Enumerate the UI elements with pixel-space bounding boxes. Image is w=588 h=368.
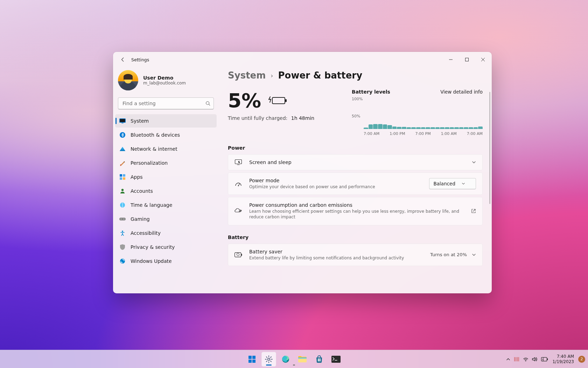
svg-rect-34 bbox=[318, 360, 319, 361]
search-box bbox=[118, 97, 214, 109]
user-profile[interactable]: User Demo m_lab@outlook.com bbox=[113, 67, 219, 96]
svg-rect-27 bbox=[252, 360, 255, 363]
chart-x-label: 1:00 PM bbox=[390, 131, 405, 136]
svg-rect-9 bbox=[120, 177, 122, 180]
chart-bar bbox=[411, 127, 416, 129]
chart-bar bbox=[373, 124, 378, 129]
taskbar-app-settings[interactable] bbox=[261, 352, 276, 367]
windows-icon bbox=[248, 355, 256, 363]
chart-bar bbox=[387, 125, 392, 129]
scrollbar[interactable] bbox=[489, 92, 490, 204]
sidebar-item-windows-update[interactable]: Windows Update bbox=[115, 254, 217, 268]
chart-x-axis: 7:00 AM 1:00 PM 7:00 PM 1:00 AM 7:00 AM bbox=[364, 131, 483, 136]
battery-saver-icon bbox=[234, 252, 242, 257]
chart-bar bbox=[454, 127, 459, 129]
svg-rect-33 bbox=[320, 359, 321, 360]
minimize-icon bbox=[449, 58, 453, 61]
card-battery-saver[interactable]: Battery saver Extend battery life by lim… bbox=[228, 244, 483, 266]
chart-bar bbox=[369, 124, 373, 129]
close-button[interactable] bbox=[475, 54, 491, 65]
sidebar-item-label: Apps bbox=[131, 174, 143, 180]
gaming-icon bbox=[119, 216, 126, 222]
charge-time-value: 1h 48min bbox=[291, 115, 314, 121]
back-button[interactable] bbox=[117, 53, 129, 66]
card-carbon-emissions[interactable]: Power consumption and carbon emissions L… bbox=[228, 197, 483, 225]
chart-x-label: 1:00 AM bbox=[441, 131, 457, 136]
svg-point-6 bbox=[120, 164, 121, 165]
chart-bar bbox=[450, 127, 454, 129]
sidebar-item-personalization[interactable]: Personalization bbox=[115, 156, 217, 170]
wifi-icon[interactable] bbox=[523, 357, 528, 362]
tray-overflow-button[interactable] bbox=[506, 357, 510, 361]
battery-levels-panel: Battery levels View detailed info 100% 5… bbox=[352, 89, 483, 136]
svg-rect-32 bbox=[318, 359, 319, 360]
svg-point-11 bbox=[121, 189, 124, 191]
user-email: m_lab@outlook.com bbox=[143, 81, 186, 86]
sidebar-item-bluetooth[interactable]: Bluetooth & devices bbox=[115, 128, 217, 142]
sidebar-item-apps[interactable]: Apps bbox=[115, 170, 217, 184]
card-title: Screen and sleep bbox=[249, 159, 465, 165]
sidebar-item-system[interactable]: System bbox=[115, 114, 217, 128]
accessibility-icon bbox=[119, 230, 126, 236]
maximize-icon bbox=[465, 58, 469, 61]
minimize-button[interactable] bbox=[443, 54, 459, 65]
chart-bar bbox=[474, 127, 478, 129]
taskbar-clock[interactable]: 7:40 AM 1/19/2023 bbox=[552, 354, 574, 364]
sidebar-item-label: System bbox=[131, 118, 149, 124]
chart-y-label: 50% bbox=[352, 114, 360, 118]
chart-bar bbox=[469, 127, 473, 129]
apps-icon bbox=[119, 174, 126, 180]
chart-x-label: 7:00 AM bbox=[467, 131, 483, 136]
start-button[interactable] bbox=[245, 352, 259, 367]
search-input[interactable] bbox=[118, 97, 214, 109]
sidebar-item-label: Windows Update bbox=[131, 258, 172, 264]
svg-rect-13 bbox=[119, 218, 126, 220]
chart-bar bbox=[402, 127, 406, 129]
taskbar-time: 7:40 AM bbox=[552, 354, 574, 359]
breadcrumb-parent[interactable]: System bbox=[228, 70, 266, 81]
volume-icon[interactable] bbox=[532, 357, 538, 362]
sidebar-item-time-language[interactable]: Time & language bbox=[115, 198, 217, 212]
avatar bbox=[118, 70, 138, 90]
chevron-up-icon bbox=[506, 357, 510, 361]
svg-rect-26 bbox=[248, 360, 252, 363]
battery-summary: 5% Time until fully charged: 1h 48min bbox=[228, 89, 343, 136]
taskbar-app-store[interactable] bbox=[312, 352, 327, 367]
taskbar-app-edge[interactable] bbox=[278, 352, 293, 367]
sidebar-item-label: Gaming bbox=[131, 216, 150, 222]
chart-bar bbox=[364, 128, 368, 129]
edge-icon bbox=[281, 355, 290, 363]
card-power-mode: Power mode Optimize your device based on… bbox=[228, 172, 483, 195]
sidebar-item-label: Bluetooth & devices bbox=[131, 132, 180, 138]
taskbar-app-explorer[interactable] bbox=[295, 352, 310, 367]
sidebar-item-gaming[interactable]: Gaming bbox=[115, 212, 217, 226]
svg-rect-10 bbox=[123, 177, 125, 180]
file-explorer-icon bbox=[298, 355, 307, 363]
back-arrow-icon bbox=[120, 57, 125, 62]
svg-rect-36 bbox=[331, 356, 341, 363]
view-detailed-info-link[interactable]: View detailed info bbox=[440, 89, 483, 95]
svg-rect-4 bbox=[121, 123, 124, 123]
card-title: Power consumption and carbon emissions bbox=[249, 202, 464, 208]
taskbar-right: 7:40 AM 1/19/2023 2 bbox=[506, 354, 585, 364]
battery-levels-chart[interactable]: 100% 50% 7:00 AM 1:00 PM 7:00 PM 1:00 AM… bbox=[352, 97, 483, 136]
battery-charging-icon bbox=[268, 95, 287, 106]
section-title-power: Power bbox=[228, 145, 483, 151]
sidebar-item-accessibility[interactable]: Accessibility bbox=[115, 226, 217, 240]
taskbar-app-terminal[interactable] bbox=[329, 352, 343, 367]
notification-badge[interactable]: 2 bbox=[578, 356, 585, 363]
sidebar-item-accounts[interactable]: Accounts bbox=[115, 184, 217, 198]
battery-tray-icon[interactable] bbox=[541, 357, 548, 361]
chevron-right-icon: › bbox=[271, 72, 273, 79]
svg-rect-24 bbox=[248, 356, 252, 359]
sidebar-item-network[interactable]: Network & internet bbox=[115, 142, 217, 156]
chart-bar bbox=[392, 127, 397, 129]
svg-rect-3 bbox=[120, 119, 125, 122]
power-mode-select[interactable]: Balanced bbox=[429, 178, 476, 189]
chart-bar bbox=[445, 127, 449, 129]
windows-update-icon bbox=[119, 258, 126, 264]
tray-app-icon[interactable] bbox=[514, 357, 519, 362]
sidebar-item-privacy[interactable]: Privacy & security bbox=[115, 240, 217, 254]
card-screen-sleep[interactable]: Screen and sleep bbox=[228, 154, 483, 170]
maximize-button[interactable] bbox=[459, 54, 475, 65]
